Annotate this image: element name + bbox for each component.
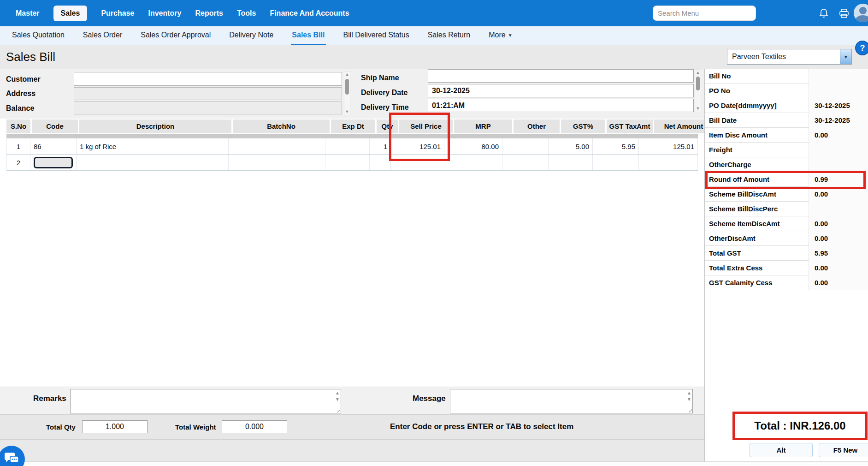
- summary-row-scheme-itemdiscamt: Scheme ItemDiscAmt0.00: [705, 216, 868, 231]
- nav-master[interactable]: Master: [16, 9, 40, 18]
- tab-bill-delivered-status[interactable]: Bill Delivered Status: [342, 26, 410, 45]
- summary-value[interactable]: 0.00: [815, 128, 828, 143]
- scroll-down-icon[interactable]: ▼: [344, 109, 350, 115]
- tab-sales-order[interactable]: Sales Order: [82, 26, 123, 45]
- col-sno: S.No: [6, 119, 30, 133]
- company-select-arrow-icon[interactable]: ▼: [840, 49, 851, 64]
- cell-gst-taxamt[interactable]: 5.95: [593, 138, 639, 154]
- nav-sales[interactable]: Sales: [53, 6, 88, 21]
- tab-sales-quotation[interactable]: Sales Quotation: [11, 26, 65, 45]
- summary-label: Scheme ItemDiscAmt: [705, 216, 809, 231]
- cell-qty[interactable]: [370, 155, 391, 170]
- company-select-value: Parveen Textiles: [727, 53, 840, 61]
- cell-expdt[interactable]: [325, 155, 370, 170]
- col-gst-taxamt: GST TaxAmt: [607, 119, 653, 133]
- summary-label: Freight: [705, 143, 809, 157]
- tab-delivery-note[interactable]: Delivery Note: [228, 26, 274, 45]
- summary-value[interactable]: 30-12-2025: [815, 113, 850, 128]
- cell-expdt[interactable]: [325, 138, 370, 154]
- delivery-time-input[interactable]: 01:21:AM: [428, 99, 694, 112]
- notifications-bell-icon[interactable]: [817, 6, 831, 20]
- scroll-thumb[interactable]: [345, 79, 349, 95]
- message-textarea[interactable]: ▲ ▼: [450, 389, 693, 413]
- form-right-scrollbar[interactable]: ▲ ▼: [695, 69, 701, 112]
- cell-sno[interactable]: 1: [6, 138, 30, 154]
- nav-purchase[interactable]: Purchase: [101, 9, 134, 18]
- code-input-focused[interactable]: [34, 157, 73, 168]
- cell-batchno[interactable]: [229, 138, 325, 154]
- cell-sno[interactable]: 2: [6, 155, 30, 170]
- scroll-up-icon[interactable]: ▲: [695, 70, 701, 76]
- total-weight-value: 0.000: [222, 420, 287, 433]
- cell-code[interactable]: 86: [30, 138, 77, 154]
- cell-net-amount[interactable]: [639, 155, 698, 170]
- cell-net-amount[interactable]: 125.01: [639, 138, 698, 154]
- sales-subnav: Sales Quotation Sales Order Sales Order …: [0, 26, 868, 45]
- form-left-scrollbar[interactable]: ▲ ▼: [344, 71, 350, 115]
- cell-mrp[interactable]: 80.00: [444, 138, 502, 154]
- highlight-sell-price-box: [389, 113, 450, 161]
- nav-reports[interactable]: Reports: [195, 9, 223, 18]
- summary-label: Bill Date: [705, 113, 809, 128]
- print-icon[interactable]: [837, 6, 851, 20]
- total-qty-value: 1.000: [82, 420, 148, 433]
- customer-label: Customer: [6, 75, 41, 84]
- scroll-up-icon[interactable]: ▲: [687, 390, 691, 395]
- summary-value[interactable]: 0.00: [815, 275, 828, 290]
- cell-qty[interactable]: 1: [370, 138, 391, 154]
- nav-finance-accounts[interactable]: Finance And Accounts: [270, 9, 349, 18]
- tab-more[interactable]: More▼: [488, 26, 513, 45]
- ship-name-input[interactable]: [428, 69, 694, 83]
- summary-row-total-gst: Total GST5.95: [705, 246, 868, 261]
- scroll-thumb[interactable]: [696, 77, 700, 90]
- nav-tools[interactable]: Tools: [237, 9, 256, 18]
- summary-label: Total GST: [705, 246, 809, 261]
- scroll-up-icon[interactable]: ▲: [344, 72, 350, 78]
- tab-sales-order-approval[interactable]: Sales Order Approval: [140, 26, 212, 45]
- summary-value[interactable]: 0.00: [815, 216, 828, 231]
- summary-row-scheme-billdiscperc: Scheme BillDiscPerc: [705, 202, 868, 216]
- summary-row-total-extra-cess: Total Extra Cess0.00: [705, 261, 868, 275]
- tab-sales-return[interactable]: Sales Return: [427, 26, 472, 45]
- help-icon[interactable]: ?: [855, 41, 868, 55]
- chat-icon[interactable]: [0, 446, 25, 466]
- cell-gst-pct[interactable]: 5.00: [549, 138, 593, 154]
- remarks-textarea[interactable]: ▲ ▼: [70, 389, 341, 413]
- cell-mrp[interactable]: [444, 155, 502, 170]
- summary-value[interactable]: 5.95: [815, 246, 828, 261]
- address-label: Address: [6, 90, 35, 98]
- cell-other[interactable]: [502, 155, 549, 170]
- summary-value[interactable]: 30-12-2025: [815, 98, 850, 113]
- scroll-down-icon[interactable]: ▼: [687, 397, 691, 402]
- cell-gst-pct[interactable]: [549, 155, 593, 170]
- cell-gst-taxamt[interactable]: [593, 155, 639, 170]
- company-select[interactable]: Parveen Textiles ▼: [727, 49, 852, 65]
- search-input[interactable]: [653, 6, 756, 21]
- cell-other[interactable]: [502, 138, 549, 154]
- customer-input[interactable]: [74, 72, 342, 86]
- cell-description[interactable]: [77, 155, 229, 170]
- col-expdt: Exp Dt: [331, 119, 375, 133]
- remarks-label: Remarks: [33, 394, 66, 403]
- user-avatar[interactable]: [854, 4, 868, 22]
- summary-value[interactable]: 0.00: [815, 231, 828, 246]
- scroll-up-icon[interactable]: ▲: [335, 390, 340, 395]
- alt-button[interactable]: Alt: [750, 443, 813, 457]
- cell-code[interactable]: [30, 155, 77, 170]
- cell-description[interactable]: 1 kg of Rice: [77, 138, 229, 154]
- tab-sales-bill[interactable]: Sales Bill: [291, 26, 325, 45]
- total-weight-label: Total Weight: [175, 423, 216, 431]
- f5-new-button[interactable]: F5 New: [819, 443, 868, 457]
- scroll-down-icon[interactable]: ▼: [335, 397, 340, 402]
- delivery-date-input[interactable]: 30-12-2025: [428, 84, 694, 97]
- resize-handle[interactable]: [687, 408, 692, 412]
- cell-batchno[interactable]: [229, 155, 325, 170]
- scroll-down-icon[interactable]: ▼: [695, 106, 701, 112]
- resize-handle[interactable]: [336, 408, 340, 412]
- col-description: Description: [79, 119, 231, 133]
- nav-inventory[interactable]: Inventory: [148, 9, 181, 18]
- balance-input: [74, 102, 342, 114]
- col-gst-pct: GST%: [561, 119, 605, 133]
- summary-label: Item Disc Amount: [705, 128, 809, 143]
- summary-value[interactable]: 0.00: [815, 261, 828, 275]
